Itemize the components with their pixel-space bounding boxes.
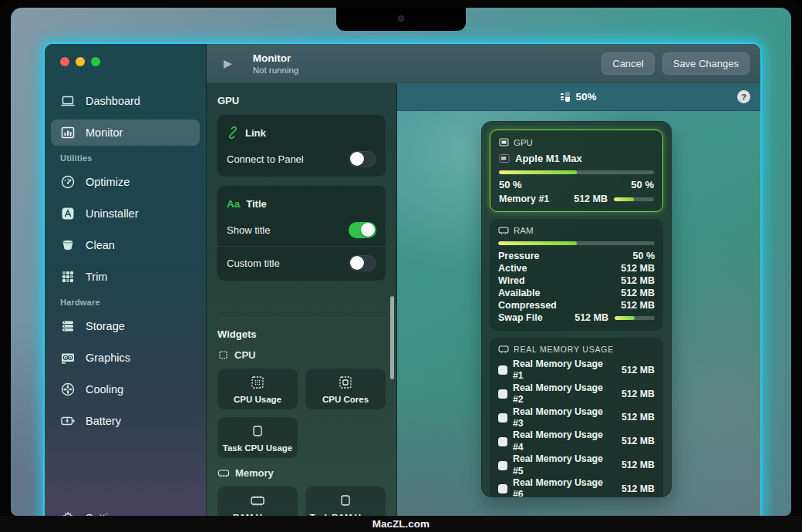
app-placeholder-icon (498, 484, 507, 493)
toggle-knob (350, 152, 364, 166)
sidebar-item-cooling[interactable]: Cooling (51, 376, 200, 402)
memory-group-row: Memory (217, 467, 386, 479)
fan-icon (59, 382, 76, 398)
ram-card-header: RAM (498, 226, 655, 235)
sidebar-item-settings[interactable]: Settings (51, 505, 200, 516)
window-controls (45, 44, 206, 66)
sidebar-item-clean[interactable]: Clean (51, 232, 200, 258)
help-button[interactable]: ? (737, 90, 750, 103)
process-value: 512 MB (622, 460, 655, 471)
content-area: GPU Link Conne (207, 83, 760, 516)
camera-dot (398, 15, 404, 22)
swap-bar (615, 316, 655, 320)
stat-label: Wired (498, 274, 525, 287)
cpu-group-row: CPU (217, 349, 386, 361)
real-memory-row: Real Memory Usage #3 512 MB (498, 406, 655, 430)
app-placeholder-icon (498, 413, 507, 423)
task-cpu-usage-icon (249, 423, 266, 439)
link-title-row: Link (227, 124, 376, 141)
gpu-percent-left: 50 % (499, 179, 522, 190)
widget-ram-usage[interactable]: RAM Usage (217, 487, 298, 516)
cpu-cores-icon (337, 374, 354, 391)
laptop-chin: MacZL.com (0, 516, 802, 532)
gauge-icon (59, 174, 76, 190)
gpu-memory-label: Memory #1 (499, 194, 574, 204)
widget-task-ram-usage[interactable]: Task RAM Usage (305, 487, 386, 516)
app-placeholder-icon (498, 461, 507, 470)
sidebar-item-dashboard[interactable]: Dashboard (51, 88, 200, 114)
minimize-window-button[interactable] (76, 57, 85, 66)
text-format-icon: Aa (227, 198, 240, 210)
sidebar-item-battery[interactable]: Battery (51, 408, 200, 434)
gpu-percent-row: 50 % 50 % (499, 179, 654, 190)
process-label: Real Memory Usage #4 (513, 429, 616, 453)
connect-to-panel-toggle[interactable] (349, 151, 376, 167)
link-icon (227, 126, 239, 139)
widgets-section: Widgets CPU (217, 318, 386, 516)
save-changes-button[interactable]: Save Changes (662, 52, 750, 75)
stat-value: 512 MB (621, 299, 655, 311)
process-label: Real Memory Usage #6 (513, 477, 616, 497)
swap-value: 512 MB (575, 311, 608, 324)
stat-label: Pressure (498, 250, 540, 262)
sidebar-item-optimize[interactable]: Optimize (51, 169, 200, 195)
swap-label: Swap File (498, 311, 543, 324)
custom-title-label: Custom title (227, 258, 280, 269)
gpu-memory-fill (614, 197, 634, 201)
toggle-knob (361, 223, 375, 237)
zoom-window-button[interactable] (91, 57, 100, 66)
sidebar-item-label: Dashboard (86, 95, 140, 107)
close-window-button[interactable] (60, 57, 69, 66)
process-value: 512 MB (622, 412, 655, 423)
ram-stat-row: Compressed 512 MB (498, 299, 655, 311)
cancel-button[interactable]: Cancel (602, 52, 654, 75)
app-placeholder-icon (498, 365, 507, 375)
server-stack-icon (59, 318, 76, 335)
sidebar-item-storage[interactable]: Storage (51, 313, 200, 339)
battery-icon (59, 413, 76, 429)
ram-chip-icon (217, 467, 230, 479)
sidebar-section-hardware: Hardware (51, 295, 200, 313)
process-value: 512 MB (622, 389, 655, 400)
settings-scrollbar[interactable] (390, 296, 394, 379)
ram-widget-card[interactable]: RAM Pressure 50 % Active 512 MB (490, 219, 663, 331)
sidebar-item-label: Cooling (86, 383, 123, 396)
ram-usage-fill (498, 241, 577, 245)
sidebar-section-utilities: Utilities (51, 151, 200, 169)
stat-value: 50 % (633, 250, 655, 262)
sidebar-item-monitor[interactable]: Monitor (51, 120, 200, 146)
cpu-widget-grid: CPU Usage CPU Cores (217, 369, 386, 458)
cpu-usage-icon (249, 374, 266, 391)
show-title-toggle[interactable] (349, 222, 376, 238)
toggle-knob (350, 256, 364, 270)
widget-cpu-usage[interactable]: CPU Usage (217, 369, 298, 409)
preview-wallpaper: GPU Apple M1 Max (397, 111, 760, 516)
main-area: ▶ Monitor Not running Cancel Save Change… (207, 44, 760, 516)
widget-cpu-cores[interactable]: CPU Cores (305, 369, 386, 409)
ram-gauge-fill (565, 97, 570, 103)
custom-title-toggle[interactable] (349, 255, 376, 271)
gpu-memory-bar (614, 197, 654, 201)
ram-icon (498, 226, 509, 235)
sidebar-item-uninstaller[interactable]: Uninstaller (51, 200, 200, 227)
process-label: Real Memory Usage #3 (513, 406, 616, 430)
screen: Dashboard Monitor Utilities Optimize (11, 8, 791, 516)
bucket-icon (59, 237, 76, 254)
real-memory-row: Real Memory Usage #6 512 MB (498, 477, 655, 497)
link-card: Link Connect to Panel (217, 115, 386, 177)
stat-label: Available (498, 287, 540, 299)
process-value: 512 MB (622, 436, 655, 447)
laptop-frame: Dashboard Monitor Utilities Optimize (0, 0, 802, 532)
real-memory-widget-card[interactable]: REAL MEMORY USAGE Real Memory Usage #1 5… (490, 338, 663, 497)
title-title-row: Aa Title (227, 195, 376, 212)
real-memory-title: REAL MEMORY USAGE (514, 345, 614, 354)
sidebar-item-graphics[interactable]: Graphics (51, 345, 200, 371)
play-icon[interactable]: ▶ (224, 58, 232, 69)
stat-value: 512 MB (621, 287, 655, 299)
gpu-widget-card[interactable]: GPU Apple M1 Max (490, 130, 663, 212)
gpu-card-icon (59, 350, 76, 366)
ram-letters (561, 93, 564, 100)
sidebar-item-trim[interactable]: Trim (51, 264, 200, 290)
ram-stat-row: Wired 512 MB (498, 274, 655, 287)
widget-task-cpu-usage[interactable]: Task CPU Usage (217, 417, 298, 458)
